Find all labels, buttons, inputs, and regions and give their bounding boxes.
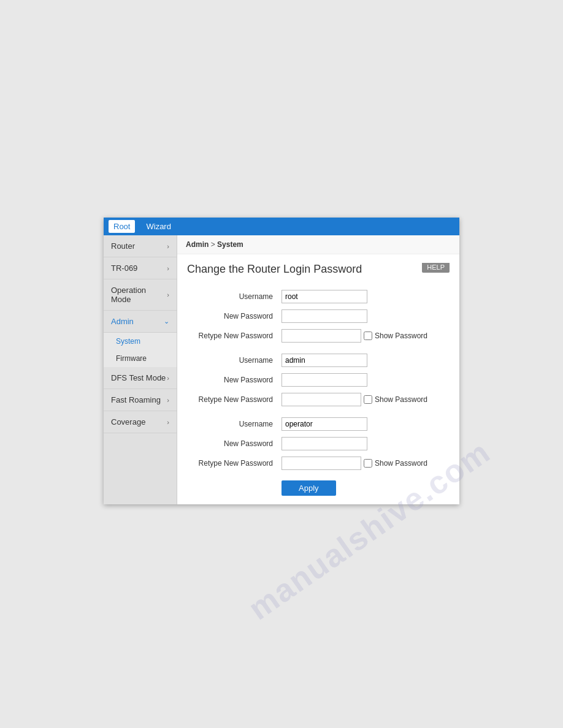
retype-password-input-operator[interactable] [282, 457, 361, 470]
nav-wizard[interactable]: Wizard [141, 220, 175, 233]
sidebar-item-coverage[interactable]: Coverage › [104, 411, 177, 433]
form-group-operator: Username New Password Rety [187, 414, 450, 473]
sidebar-item-dfs-test-mode[interactable]: DFS Test Mode › [104, 367, 177, 389]
panel-body: HELP Change the Router Login Password Us… [177, 254, 459, 504]
sidebar-item-admin[interactable]: Admin ⌄ [104, 311, 177, 333]
new-password-input-operator[interactable] [282, 437, 367, 450]
table-row: New Password [187, 370, 450, 390]
username-input-admin[interactable] [282, 354, 367, 367]
username-input-operator[interactable] [282, 417, 367, 431]
sidebar-label-operation-mode: Operation Mode [111, 286, 167, 304]
sidebar-submenu-admin: System Firmware [104, 333, 177, 367]
breadcrumb-parent: Admin [186, 240, 209, 249]
section-divider-2 [187, 409, 450, 414]
page-title: Change the Router Login Password [187, 263, 450, 276]
sidebar-sub-item-firmware[interactable]: Firmware [104, 350, 177, 367]
form-group-admin: Username New Password Rety [187, 351, 450, 409]
show-password-checkbox-admin[interactable] [364, 395, 372, 404]
nav-root[interactable]: Root [109, 220, 135, 233]
sidebar-label-dfs-test-mode: DFS Test Mode [111, 373, 166, 382]
table-row: New Password [187, 434, 450, 453]
chevron-down-icon: ⌄ [164, 317, 169, 325]
retype-label-3: Retype New Password [187, 453, 279, 473]
chevron-right-icon: › [167, 419, 169, 426]
table-row: Retype New Password Show Password [187, 390, 450, 409]
chevron-right-icon: › [167, 265, 169, 272]
chevron-right-icon: › [167, 374, 169, 382]
table-row: Retype New Password Show Password [187, 453, 450, 473]
content-panel: Admin > System HELP Change the Router Lo… [177, 235, 459, 504]
new-password-label-1: New Password [187, 306, 279, 326]
new-password-input-admin[interactable] [282, 373, 367, 387]
table-row: Username [187, 287, 450, 306]
chevron-right-icon: › [167, 243, 169, 250]
browser-window: Root Wizard Router › TR-069 › Operation … [104, 218, 459, 504]
show-password-label-admin: Show Password [375, 395, 427, 404]
retype-password-input-root[interactable] [282, 329, 361, 343]
sidebar-label-admin: Admin [111, 317, 134, 326]
top-navigation-bar: Root Wizard [104, 218, 459, 235]
username-label-1: Username [187, 287, 279, 306]
username-input-root[interactable] [282, 290, 367, 303]
sidebar-item-operation-mode[interactable]: Operation Mode › [104, 279, 177, 311]
retype-password-input-admin[interactable] [282, 393, 361, 406]
sidebar: Router › TR-069 › Operation Mode › Admin… [104, 235, 177, 504]
sidebar-sub-item-system[interactable]: System [104, 333, 177, 350]
new-password-label-3: New Password [187, 434, 279, 453]
main-area: Router › TR-069 › Operation Mode › Admin… [104, 235, 459, 504]
table-row: Username [187, 351, 450, 370]
username-label-3: Username [187, 414, 279, 434]
breadcrumb: Admin > System [177, 235, 459, 254]
table-row: Retype New Password Show Password [187, 326, 450, 346]
sidebar-item-fast-roaming[interactable]: Fast Roaming › [104, 389, 177, 411]
show-password-label-root: Show Password [375, 332, 427, 340]
form-group-root: Username New Password Rety [187, 287, 450, 346]
sidebar-label-fast-roaming: Fast Roaming [111, 395, 161, 404]
new-password-label-2: New Password [187, 370, 279, 390]
retype-label-1: Retype New Password [187, 326, 279, 346]
section-divider-1 [187, 346, 450, 351]
table-row: Username [187, 414, 450, 434]
sidebar-item-tr069[interactable]: TR-069 › [104, 257, 177, 279]
table-row: New Password [187, 306, 450, 326]
username-label-2: Username [187, 351, 279, 370]
new-password-input-root[interactable] [282, 309, 367, 323]
retype-label-2: Retype New Password [187, 390, 279, 409]
chevron-right-icon: › [167, 396, 169, 404]
sidebar-item-router[interactable]: Router › [104, 235, 177, 257]
chevron-right-icon: › [167, 291, 169, 298]
show-password-checkbox-operator[interactable] [364, 459, 372, 468]
sidebar-label-coverage: Coverage [111, 417, 145, 427]
sidebar-label-router: Router [111, 241, 135, 251]
show-password-row-3: Show Password [282, 457, 447, 470]
breadcrumb-current: System [217, 240, 243, 249]
show-password-row-1: Show Password [282, 329, 447, 343]
show-password-row-2: Show Password [282, 393, 447, 406]
show-password-checkbox-root[interactable] [364, 332, 372, 340]
help-button-container: HELP Change the Router Login Password [187, 263, 450, 284]
show-password-label-operator: Show Password [375, 459, 427, 468]
apply-button-container: Apply [187, 473, 450, 496]
sidebar-label-tr069: TR-069 [111, 264, 137, 273]
help-button[interactable]: HELP [422, 263, 450, 273]
apply-button[interactable]: Apply [282, 480, 336, 496]
